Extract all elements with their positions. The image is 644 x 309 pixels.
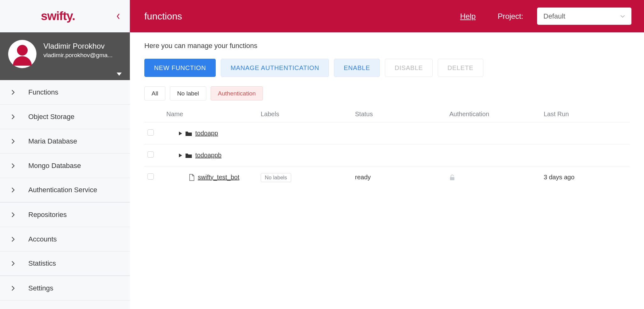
lock-icon [449, 174, 537, 181]
nav-mongo-db[interactable]: Mongo Database [0, 154, 130, 178]
expand-icon[interactable] [179, 154, 182, 157]
chevron-right-icon [11, 187, 15, 193]
sidebar-header: swifty. [0, 0, 130, 32]
delete-button[interactable]: DELETE [438, 59, 483, 77]
row-checkbox[interactable] [147, 173, 154, 180]
filter-authentication[interactable]: Authentication [211, 86, 263, 100]
chevron-down-icon [620, 14, 625, 18]
filter-all[interactable]: All [144, 86, 165, 100]
topbar: functions Help Project: Default [130, 0, 644, 32]
user-menu-caret-icon[interactable] [117, 73, 122, 76]
functions-table: Name Labels Status Authentication Last R… [144, 106, 630, 188]
col-last-run: Last Run [541, 106, 630, 122]
nav-auth-service[interactable]: Authentication Service [0, 178, 130, 203]
svg-marker-3 [179, 132, 182, 135]
sidebar-nav: Functions Object Storage Maria Database … [0, 80, 130, 301]
nav-functions[interactable]: Functions [0, 80, 130, 105]
chevron-right-icon [11, 260, 15, 267]
svg-point-1 [17, 45, 28, 56]
project-select[interactable]: Default [537, 8, 631, 25]
svg-marker-4 [179, 154, 182, 157]
filter-no-label[interactable]: No label [170, 86, 206, 100]
sidebar: swifty. Vladimir Porokhov vladimir.porok… [0, 0, 130, 309]
table-row: todoappb [144, 144, 630, 166]
last-run-cell: 3 days ago [541, 166, 630, 188]
disable-button[interactable]: DISABLE [385, 59, 433, 77]
status-cell: ready [352, 166, 446, 188]
avatar [8, 40, 36, 68]
col-auth: Authentication [446, 106, 541, 122]
row-checkbox[interactable] [147, 129, 154, 136]
chevron-right-icon [11, 114, 15, 120]
nav-statistics[interactable]: Statistics [0, 252, 130, 276]
filter-row: All No label Authentication [144, 86, 630, 100]
chevron-right-icon [11, 138, 15, 144]
content: Here you can manage your functions NEW F… [130, 32, 644, 198]
main: functions Help Project: Default Here you… [130, 0, 644, 309]
user-box[interactable]: Vladimir Porokhov vladimir.porokhov@gma.… [0, 32, 130, 73]
labels-tag: No labels [261, 173, 291, 182]
user-name: Vladimir Porokhov [43, 42, 122, 51]
chevron-right-icon [11, 285, 15, 291]
brand-dot: . [72, 9, 75, 23]
folder-link[interactable]: todoappb [195, 152, 221, 159]
table-row: swifty_test_bot No labels ready [144, 166, 630, 188]
svg-marker-2 [117, 73, 122, 76]
file-icon [189, 174, 195, 181]
help-link[interactable]: Help [460, 12, 475, 21]
sidebar-collapse-icon[interactable] [116, 13, 120, 20]
user-email: vladimir.porokhov@gma... [43, 52, 122, 59]
col-status: Status [352, 106, 446, 122]
nav-accounts[interactable]: Accounts [0, 227, 130, 252]
svg-rect-5 [450, 177, 454, 180]
project-label: Project: [498, 12, 523, 21]
enable-button[interactable]: ENABLE [334, 59, 380, 77]
chevron-right-icon [11, 212, 15, 218]
expand-icon[interactable] [179, 132, 182, 135]
folder-icon [185, 153, 192, 158]
chevron-right-icon [11, 89, 15, 95]
folder-icon [185, 131, 192, 136]
brand-logo: swifty. [41, 9, 75, 23]
nav-maria-db[interactable]: Maria Database [0, 129, 130, 154]
nav-repositories[interactable]: Repositories [0, 203, 130, 227]
new-function-button[interactable]: NEW FUNCTION [144, 59, 216, 77]
table-row: todoapp [144, 122, 630, 144]
manage-auth-button[interactable]: MANAGE AUTHENTICATION [221, 59, 329, 77]
col-name: Name [163, 106, 258, 122]
brand-text: swifty [41, 9, 72, 23]
page-title: functions [144, 11, 451, 22]
nav-settings[interactable]: Settings [0, 276, 130, 301]
col-labels: Labels [258, 106, 352, 122]
row-checkbox[interactable] [147, 151, 154, 158]
chevron-right-icon [11, 236, 15, 242]
chevron-right-icon [11, 163, 15, 169]
function-link[interactable]: swifty_test_bot [198, 174, 239, 181]
project-selected-value: Default [543, 12, 565, 20]
action-row: NEW FUNCTION MANAGE AUTHENTICATION ENABL… [144, 59, 630, 77]
folder-link[interactable]: todoapp [195, 130, 218, 137]
page-subtitle: Here you can manage your functions [144, 42, 630, 50]
nav-object-storage[interactable]: Object Storage [0, 105, 130, 129]
